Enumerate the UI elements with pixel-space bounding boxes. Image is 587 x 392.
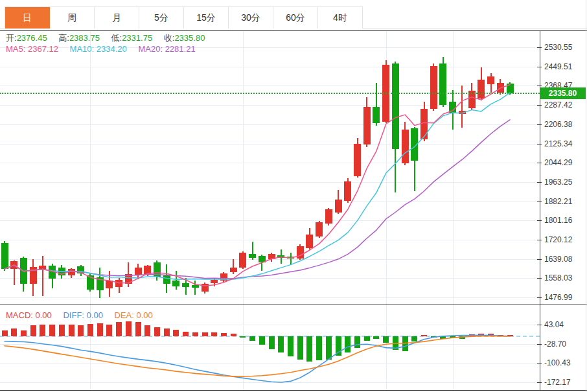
axis-tick-label: -172.17 [544,378,571,387]
gridline-v [453,305,454,390]
close-value: 2335.80 [174,33,205,43]
axis-tick-label: 1558.03 [544,273,572,282]
axis-tick [537,363,542,363]
axis-tick [537,67,542,67]
candle-wick [290,253,292,264]
candle [182,283,189,287]
gridline-h [0,363,540,363]
high-label: 高: [58,33,69,43]
candle [106,281,113,288]
macd-bar [421,335,427,336]
ma10-label: MA10: [70,44,95,54]
gridline-h [0,144,540,144]
axis-tick-label: 43.04 [544,320,564,329]
macd-bar [231,334,236,336]
axis-tick [537,124,542,125]
candle [201,284,209,292]
candle [402,130,409,163]
macd-bar [393,336,398,350]
candle [87,275,94,290]
candle [287,257,294,259]
axis-tick-label: -28.70 [544,340,566,349]
macd-bar [364,336,370,341]
axis-tick-label: 1801.16 [544,216,572,225]
macd-bar [354,336,360,348]
macd-readout: MACD: 0.00 DIFF: 0.00 DEA: 0.00 [6,310,153,320]
gridline-h [0,202,540,202]
macd-value: 0.00 [36,310,52,320]
candle [1,243,8,269]
candle [10,261,17,269]
ma-readout: MA5: 2367.12 MA10: 2334.20 MA20: 2281.21 [6,44,196,54]
low-label: 低: [111,33,122,43]
axis-tick [537,344,542,345]
gridline-h [0,220,540,221]
macd-bar [278,336,284,353]
candle [439,63,446,105]
macd-bar [249,336,255,341]
tab-interval-7[interactable]: 4时 [318,7,363,29]
macd-diff-line [5,335,510,382]
candle [49,266,56,279]
gridline-v [453,31,454,305]
dea-label: DEA: [115,310,134,320]
axis-tick [537,240,542,240]
macd-bar [469,334,475,336]
candle [239,253,246,268]
macd-bar [2,330,8,336]
gridline-h [0,182,540,183]
ma10-line [5,93,510,279]
candle [115,280,122,287]
macd-bar [316,336,322,361]
macd-bar [126,321,132,336]
gridline-h [0,278,540,279]
tab-interval-1[interactable]: 周 [50,7,95,29]
macd-bar [30,325,36,336]
tab-interval-0[interactable]: 日 [5,7,50,29]
candle [163,275,170,284]
candle [125,274,132,284]
macd-bar [173,330,179,336]
tab-interval-6[interactable]: 60分 [273,7,318,29]
candle [449,102,456,112]
macd-bar [326,336,332,360]
axis-tick-label: 1639.08 [544,255,572,264]
tab-interval-2[interactable]: 月 [95,7,139,29]
tab-interval-5[interactable]: 30分 [229,7,273,29]
ohlc-readout: 开:2376.45 高:2383.75 低:2331.75 收:2335.80 [6,32,205,44]
candle [135,268,142,275]
macd-bar [135,322,141,336]
diff-value: 0.00 [87,310,103,320]
macd-label: MACD: [6,310,33,320]
macd-bar [297,336,303,360]
macd-bar [440,336,446,339]
candle [20,258,27,284]
candle [430,66,437,109]
candle [249,254,256,258]
candle [30,267,37,284]
macd-bar [431,336,437,338]
macd-bar [154,327,160,336]
tab-interval-4[interactable]: 15分 [184,7,229,29]
candle [192,285,199,288]
candle [344,181,351,201]
current-price-flag: 2335.80 [540,87,586,99]
macd-bar [450,336,455,338]
macd-bar [345,336,351,352]
macd-bar [288,336,294,356]
macd-bar [183,332,189,336]
candle [411,128,418,161]
gridline-h [0,240,540,240]
axis-tick [537,278,542,279]
chart-window: 日周月5分15分30分60分4时 2530.552449.512368.4722… [0,0,587,392]
axis-tick-label: 1963.25 [544,178,572,187]
candle [392,63,399,149]
macd-bar [373,336,379,339]
ma10-value: 2334.20 [97,44,127,54]
gridline-h [0,86,540,86]
candle [325,209,332,224]
tab-interval-3[interactable]: 5分 [139,7,184,29]
gridline-h [0,67,540,67]
axis-tick-label: 1882.21 [544,197,572,206]
axis-tick [537,144,542,144]
